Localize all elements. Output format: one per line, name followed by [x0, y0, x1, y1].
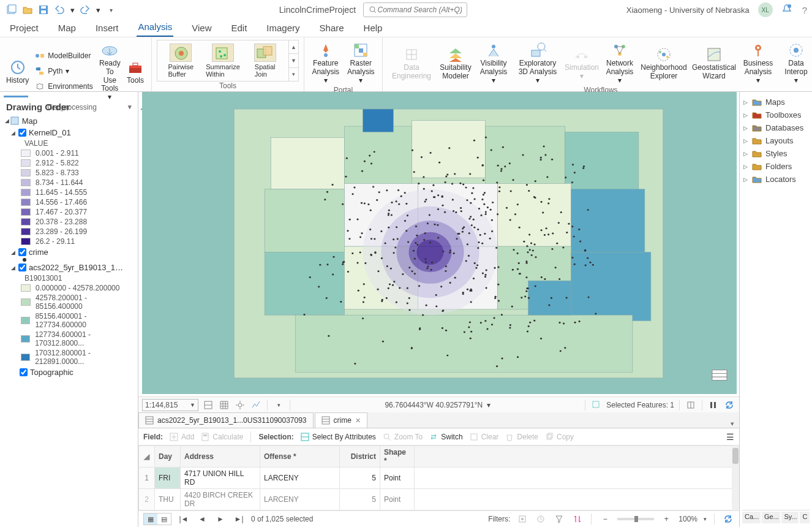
filter-extent-icon[interactable] — [516, 513, 528, 525]
avatar[interactable]: XL — [758, 2, 773, 17]
legend-class[interactable]: 0.000000 - 42578.200000 — [2, 283, 135, 293]
filter-sort-icon[interactable] — [571, 513, 584, 525]
toc-layer-acs[interactable]: ◢acs2022_5yr_B19013_15000US31... — [2, 262, 135, 273]
toc-layer-crime[interactable]: ◢crime — [2, 246, 135, 258]
catalog-item-locators[interactable]: ▷Locators — [742, 173, 810, 186]
bell-icon[interactable] — [781, 4, 794, 16]
business-analysis-button[interactable]: Business Analysis▾ — [740, 40, 776, 86]
legend-class[interactable]: 20.378 - 23.288 — [2, 217, 135, 227]
qa-undo-menu-icon[interactable]: ▾ — [69, 3, 76, 17]
legend-class[interactable]: 5.823 - 8.733 — [2, 168, 135, 178]
filter-time-icon[interactable] — [535, 513, 547, 525]
coords-readout[interactable]: 96.7604443°W 40.9257791°N ▾ — [295, 401, 580, 409]
close-tab-icon[interactable]: ✕ — [355, 417, 361, 425]
attribute-table[interactable]: ◢ Day Address Offense * District Shape *… — [138, 445, 739, 511]
table-refresh-icon[interactable] — [722, 513, 734, 525]
tab-view[interactable]: View — [190, 20, 212, 37]
legend-class[interactable]: 42578.200001 - 85156.400000 — [2, 293, 135, 311]
zoom-value[interactable]: 100% — [679, 515, 697, 523]
calculate-button[interactable]: Calculate — [200, 432, 243, 442]
help-icon[interactable]: ? — [802, 5, 807, 15]
legend-class[interactable]: 0.001 - 2.911 — [2, 148, 135, 158]
cat-tab[interactable]: Sy... — [781, 512, 799, 523]
col-day[interactable]: Day — [155, 446, 181, 468]
legend-class[interactable]: 26.2 - 29.11 — [2, 237, 135, 246]
modelbuilder-button[interactable]: ModelBuilder — [32, 49, 95, 63]
toc-map[interactable]: ◢ Map — [2, 115, 135, 127]
legend-class[interactable]: 14.556 - 17.466 — [2, 197, 135, 207]
gallery-item-summarize-within[interactable]: Summarize Within — [204, 44, 242, 78]
scale-combo[interactable]: 1:144,815▼ — [142, 399, 198, 411]
legend-class[interactable]: 8.734 - 11.644 — [2, 178, 135, 188]
tab-map[interactable]: Map — [57, 20, 77, 37]
tab-share[interactable]: Share — [318, 20, 345, 37]
legend-class[interactable]: 85156.400001 - 127734.600000 — [2, 311, 135, 330]
sb-selection-icon[interactable] — [590, 399, 603, 411]
legend-class[interactable]: 11.645 - 14.555 — [2, 188, 135, 197]
table-row[interactable]: 1 FRI 4717 UNION HILL RD LARCENY 5 Point — [139, 468, 739, 489]
catalog-item-databases[interactable]: ▷Databases — [742, 121, 810, 134]
col-shape[interactable]: Shape * — [380, 446, 415, 468]
catalog-item-styles[interactable]: ▷Styles — [742, 147, 810, 160]
network-analysis-button[interactable]: Network Analysis▾ — [602, 40, 637, 86]
col-district[interactable]: District — [340, 446, 380, 468]
legend-class[interactable]: 17.467 - 20.377 — [2, 207, 135, 217]
geostatistical-wizard-button[interactable]: Geostatistical Wizard — [690, 44, 738, 82]
sb-catalog-icon[interactable] — [685, 399, 697, 411]
gallery-down-icon[interactable]: ▼ — [289, 54, 298, 67]
layer-checkbox[interactable] — [20, 368, 28, 376]
qa-open-icon[interactable] — [21, 3, 34, 17]
table-tab-crime[interactable]: crime✕ — [315, 412, 367, 428]
gallery-up-icon[interactable]: ▲ — [289, 40, 298, 54]
view-mode-toggle[interactable]: ▦▤ — [143, 513, 171, 525]
legend-class[interactable]: 127734.600001 - 170312.8000... — [2, 330, 135, 348]
legend-class[interactable]: 170312.800001 - 212891.0000... — [2, 348, 135, 366]
python-button[interactable]: Pyth ▾ — [32, 64, 95, 78]
sb-constraint-icon[interactable] — [202, 399, 214, 411]
zoom-out-icon[interactable]: − — [599, 513, 611, 525]
qa-customize-icon[interactable]: ▾ — [104, 3, 118, 17]
table-menu-icon[interactable]: ☰ — [726, 432, 734, 442]
qa-undo-icon[interactable] — [53, 3, 66, 17]
raster-analysis-button[interactable]: Raster Analysis▾ — [345, 40, 378, 86]
user-name[interactable]: Xiaomeng - University of Nebraska — [626, 6, 750, 15]
first-record-icon[interactable]: |◄ — [178, 513, 190, 525]
sb-pause-icon[interactable] — [707, 399, 720, 411]
toc-layer-kernel[interactable]: ◢KernelD_01 — [2, 127, 135, 138]
qa-save-icon[interactable] — [37, 3, 50, 17]
tabstrip-chevron-icon[interactable]: ▾ — [726, 420, 739, 428]
layer-checkbox[interactable] — [18, 264, 26, 271]
history-button[interactable]: History — [5, 57, 30, 86]
prev-record-icon[interactable]: ◄ — [196, 513, 208, 525]
copy-selection-button[interactable]: Copy — [544, 432, 574, 442]
feature-analysis-button[interactable]: Feature Analysis▾ — [309, 40, 342, 86]
gallery-item-spatial-join[interactable]: Spatial Join — [246, 44, 284, 78]
table-tab-acs[interactable]: acs2022_5yr_B19013_1...0US311090037093 — [138, 412, 314, 428]
sb-dynamic-icon[interactable] — [250, 399, 262, 411]
col-offense[interactable]: Offense * — [260, 446, 340, 468]
exploratory-3d-button[interactable]: Exploratory 3D Analysis▾ — [514, 40, 562, 86]
toc-layer-basemap[interactable]: Topographic — [2, 366, 135, 378]
sb-grid-icon[interactable] — [218, 399, 230, 411]
data-interop-button[interactable]: Data Interop▾ — [778, 40, 812, 86]
table-row[interactable]: 2 THU 4420 BIRCH CREEK DR LARCENY 5 Poin… — [139, 489, 739, 510]
cat-tab[interactable]: Ca... — [742, 512, 761, 523]
view-selected-icon[interactable]: ▤ — [157, 514, 171, 525]
last-record-icon[interactable]: ►| — [233, 513, 245, 525]
map-view[interactable] — [142, 92, 737, 394]
filter-funnel-icon[interactable] — [553, 513, 565, 525]
view-all-icon[interactable]: ▦ — [144, 514, 157, 525]
tab-insert[interactable]: Insert — [94, 20, 120, 37]
next-record-icon[interactable]: ► — [214, 513, 227, 525]
catalog-item-maps[interactable]: ▷Maps — [742, 96, 810, 108]
tab-help[interactable]: Help — [363, 20, 384, 37]
tab-project[interactable]: Project — [9, 20, 40, 37]
zoom-in-icon[interactable]: + — [660, 513, 672, 525]
sb-refresh-icon[interactable] — [723, 399, 735, 411]
catalog-item-folders[interactable]: ▷Folders — [742, 160, 810, 173]
sb-options-icon[interactable]: ▾ — [273, 399, 285, 411]
cat-tab[interactable]: C — [800, 512, 810, 523]
legend-class[interactable]: 23.289 - 26.199 — [2, 227, 135, 237]
simulation-button[interactable]: Simulation▾ — [564, 44, 600, 82]
qa-redo-menu-icon[interactable]: ▾ — [94, 3, 102, 17]
